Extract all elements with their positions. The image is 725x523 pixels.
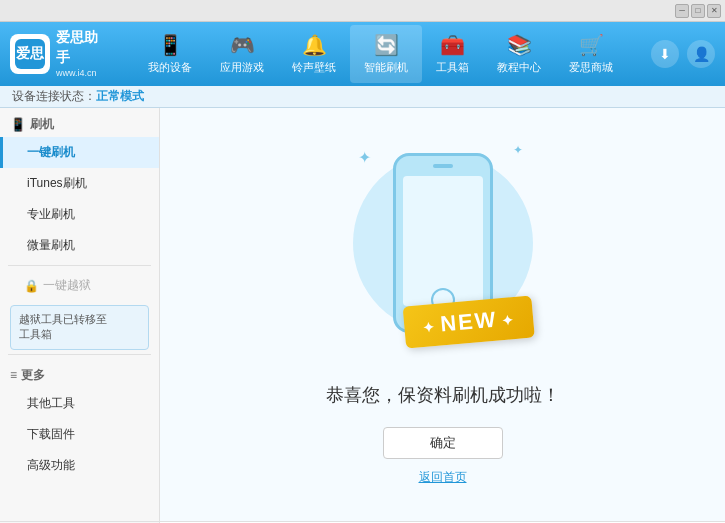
flash-section-label: 刷机 [30,116,54,133]
more-section-icon: ≡ [10,368,17,382]
flash-section-icon: 📱 [10,117,26,132]
header-actions: ⬇ 👤 [651,40,715,68]
success-title: 恭喜您，保资料刷机成功啦！ [326,383,560,407]
nav-label-my-device: 我的设备 [148,60,192,75]
nav-item-toolbox[interactable]: 🧰工具箱 [422,25,483,83]
sidebar-item-jailbreak-disabled: 🔒 一键越狱 [0,270,159,301]
maximize-button[interactable]: □ [691,4,705,18]
nav-icon-my-device: 📱 [158,33,183,57]
jailbreak-label: 一键越狱 [43,277,91,294]
logo-text-icon: 爱思 [16,45,44,63]
sidebar-item-itunes-flash[interactable]: iTunes刷机 [0,168,159,199]
nav-label-smart-flash: 智能刷机 [364,60,408,75]
logo-url: www.i4.cn [56,67,110,80]
account-button[interactable]: 👤 [687,40,715,68]
nav-icon-ringtones: 🔔 [302,33,327,57]
sidebar-section-more: ≡ 更多 [0,359,159,388]
nav-label-toolbox: 工具箱 [436,60,469,75]
logo-text: 爱思助手 www.i4.cn [56,28,110,80]
sidebar-item-pro-flash[interactable]: 专业刷机 [0,199,159,230]
nav-icon-smart-flash: 🔄 [374,33,399,57]
lock-icon: 🔒 [24,279,39,293]
logo-icon: 爱思 [10,34,50,74]
nav-item-my-device[interactable]: 📱我的设备 [134,25,206,83]
phone-screen [403,176,483,306]
sidebar-section-flash: 📱 刷机 [0,108,159,137]
content-area: ✦ ✦ ✦ NEW 恭喜您，保资料刷机成功啦！ 确定 返回首页 [160,108,725,521]
nav-items: 📱我的设备🎮应用游戏🔔铃声壁纸🔄智能刷机🧰工具箱📚教程中心🛒爱思商城 [110,25,651,83]
close-button[interactable]: ✕ [707,4,721,18]
nav-item-smart-flash[interactable]: 🔄智能刷机 [350,25,422,83]
minimize-button[interactable]: ─ [675,4,689,18]
sidebar-item-micro-flash[interactable]: 微量刷机 [0,230,159,261]
nav-item-apps-games[interactable]: 🎮应用游戏 [206,25,278,83]
nav-item-store[interactable]: 🛒爱思商城 [555,25,627,83]
nav-icon-store: 🛒 [579,33,604,57]
sidebar-divider-2 [8,354,151,355]
title-bar: ─ □ ✕ [0,0,725,22]
main-container: 📱 刷机 一键刷机 iTunes刷机 专业刷机 微量刷机 🔒 一键越狱 越狱工具… [0,108,725,521]
logo-inner: 爱思 [15,39,45,69]
sidebar-item-advanced[interactable]: 高级功能 [0,450,159,481]
nav-label-apps-games: 应用游戏 [220,60,264,75]
sparkle-2: ✦ [513,143,523,157]
jailbreak-note: 越狱工具已转移至工具箱 [10,305,149,350]
confirm-button[interactable]: 确定 [383,427,503,459]
nav-label-ringtones: 铃声壁纸 [292,60,336,75]
nav-label-tutorials: 教程中心 [497,60,541,75]
phone-illustration: ✦ ✦ ✦ NEW [343,143,543,363]
sidebar-item-one-click-flash[interactable]: 一键刷机 [0,137,159,168]
sidebar-item-other-tools[interactable]: 其他工具 [0,388,159,419]
title-bar-buttons: ─ □ ✕ [675,4,721,18]
nav-label-store: 爱思商城 [569,60,613,75]
back-link[interactable]: 返回首页 [419,469,467,486]
sidebar-item-download-firmware[interactable]: 下载固件 [0,419,159,450]
nav-icon-toolbox: 🧰 [440,33,465,57]
sidebar-divider-1 [8,265,151,266]
nav-icon-tutorials: 📚 [507,33,532,57]
logo-area: 爱思 爱思助手 www.i4.cn [10,28,110,80]
logo-name: 爱思助手 [56,28,110,67]
connection-status-label: 设备连接状态： [12,88,96,105]
nav-item-ringtones[interactable]: 🔔铃声壁纸 [278,25,350,83]
more-section-label: 更多 [21,367,45,384]
download-button[interactable]: ⬇ [651,40,679,68]
phone-speaker [433,164,453,168]
connection-status-bar: 设备连接状态： 正常模式 [0,86,725,108]
sidebar: 📱 刷机 一键刷机 iTunes刷机 专业刷机 微量刷机 🔒 一键越狱 越狱工具… [0,108,160,521]
header: 爱思 爱思助手 www.i4.cn 📱我的设备🎮应用游戏🔔铃声壁纸🔄智能刷机🧰工… [0,22,725,86]
sparkle-1: ✦ [358,148,371,167]
connection-status-value: 正常模式 [96,88,144,105]
nav-icon-apps-games: 🎮 [230,33,255,57]
nav-item-tutorials[interactable]: 📚教程中心 [483,25,555,83]
